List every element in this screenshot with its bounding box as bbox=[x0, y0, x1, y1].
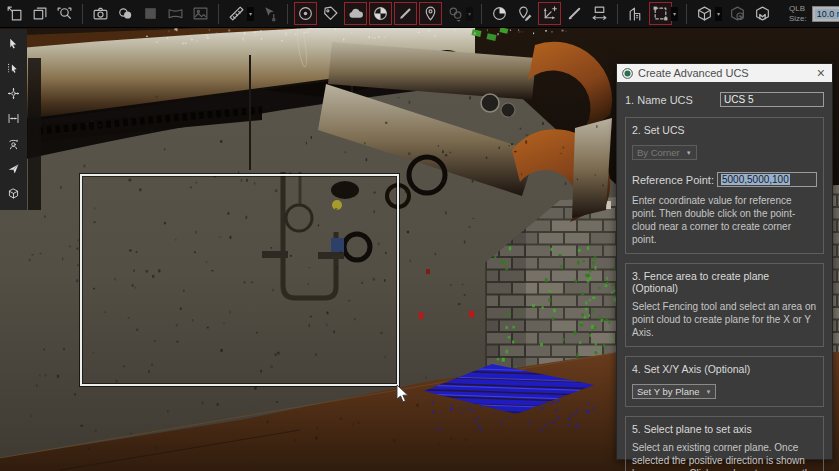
probe-button[interactable] bbox=[258, 2, 281, 25]
dropdown-arrow-icon[interactable] bbox=[671, 7, 678, 21]
building-pin-button[interactable] bbox=[624, 2, 647, 25]
camera-button[interactable] bbox=[89, 2, 112, 25]
look-around-button[interactable] bbox=[1, 131, 26, 156]
panorama-button[interactable] bbox=[164, 2, 187, 25]
geotag-icon bbox=[422, 5, 439, 22]
reference-point-value: 5000,5000,100 bbox=[721, 174, 790, 185]
limit-box-view-button[interactable] bbox=[488, 2, 511, 25]
geotag-group-icon bbox=[447, 5, 464, 22]
fly-button[interactable] bbox=[1, 156, 26, 181]
measure-icon bbox=[228, 5, 245, 22]
axis-mode-select[interactable]: Set Y by Plane bbox=[632, 384, 716, 399]
ucs-mode-select[interactable]: By Corner bbox=[632, 145, 697, 160]
toolbar-separator bbox=[82, 4, 83, 24]
select-icon bbox=[7, 35, 20, 52]
qlb-group-button[interactable] bbox=[726, 2, 749, 25]
pan-view-button[interactable] bbox=[3, 2, 26, 25]
mouse-cursor bbox=[396, 384, 411, 405]
dropdown-arrow-icon[interactable] bbox=[715, 7, 722, 21]
pan-view-icon bbox=[6, 5, 23, 22]
view-cube-button[interactable] bbox=[1, 181, 26, 206]
orbit-icon bbox=[7, 85, 20, 102]
set-ucs-title: 2. Set UCS bbox=[632, 124, 817, 136]
dropdown-arrow-icon[interactable] bbox=[466, 7, 473, 21]
point-cloud-button[interactable] bbox=[344, 2, 367, 25]
fence-select-button[interactable] bbox=[649, 2, 672, 25]
reference-point-label: Reference Point: bbox=[632, 174, 714, 186]
reference-point-input[interactable]: 5000,5000,100 bbox=[717, 172, 817, 187]
set-axis-group: 4. Set X/Y Axis (Optional) Set Y by Plan… bbox=[625, 356, 824, 407]
building-pin-icon bbox=[627, 5, 644, 22]
qlb-model-button[interactable] bbox=[751, 2, 774, 25]
limit-box-icon bbox=[372, 5, 389, 22]
create-ucs-button[interactable] bbox=[538, 2, 561, 25]
qlb-size-control: QLB Size: 10.0 m bbox=[789, 4, 839, 22]
view-cube-icon bbox=[7, 185, 20, 202]
select-button[interactable] bbox=[1, 31, 26, 56]
dropdown-arrow-icon[interactable] bbox=[247, 7, 254, 21]
dialog-title: Create Advanced UCS bbox=[638, 67, 749, 79]
zoom-region-button[interactable] bbox=[53, 2, 76, 25]
qlb-model-icon bbox=[754, 5, 771, 22]
probe-icon bbox=[261, 5, 278, 22]
create-advanced-ucs-dialog: Create Advanced UCS 1. Name UCS UCS 5 2.… bbox=[616, 63, 833, 460]
qlb-cube-button[interactable] bbox=[693, 2, 716, 25]
close-icon[interactable] bbox=[815, 66, 827, 80]
tag-button[interactable] bbox=[319, 2, 342, 25]
geotag-edit-button[interactable] bbox=[513, 2, 536, 25]
select-plane-group: 5. Select plane to set axis Select an ex… bbox=[625, 416, 824, 471]
dialog-header[interactable]: Create Advanced UCS bbox=[617, 64, 832, 82]
scan-position-button[interactable] bbox=[294, 2, 317, 25]
geotag-group-button[interactable] bbox=[444, 2, 467, 25]
image-button[interactable] bbox=[189, 2, 212, 25]
zoom-region-icon bbox=[56, 5, 73, 22]
limit-box-button[interactable] bbox=[369, 2, 392, 25]
set-axis-title: 4. Set X/Y Axis (Optional) bbox=[632, 363, 817, 375]
geotag-button[interactable] bbox=[419, 2, 442, 25]
area-select-icon bbox=[7, 60, 20, 77]
solid-view-button[interactable] bbox=[139, 2, 162, 25]
annotation-pen-icon bbox=[566, 5, 583, 22]
qlb-size-select[interactable]: 10.0 m bbox=[812, 6, 839, 22]
ucs-name-input[interactable]: UCS 5 bbox=[720, 92, 824, 107]
create-ucs-icon bbox=[541, 5, 558, 22]
geotag-edit-icon bbox=[516, 5, 533, 22]
toolbar-separator bbox=[481, 4, 482, 24]
qlb-group-icon bbox=[729, 5, 746, 22]
area-select-button[interactable] bbox=[1, 56, 26, 81]
scan-position-icon bbox=[297, 5, 314, 22]
annotation-pen-button[interactable] bbox=[563, 2, 586, 25]
point-cloud-icon bbox=[347, 5, 364, 22]
duplicate-view-icon bbox=[31, 5, 48, 22]
solid-view-icon bbox=[142, 5, 159, 22]
toolbar-separator bbox=[218, 4, 219, 24]
name-ucs-label: 1. Name UCS bbox=[625, 94, 693, 106]
dimension-box-button[interactable] bbox=[588, 2, 611, 25]
camera-icon bbox=[92, 5, 109, 22]
dimension-box-icon bbox=[591, 5, 608, 22]
render-mode-button[interactable] bbox=[114, 2, 137, 25]
tag-icon bbox=[322, 5, 339, 22]
select-plane-help: Select an existing corner plane. Once se… bbox=[632, 441, 817, 471]
fly-icon bbox=[7, 160, 20, 177]
top-toolbar: QLB Size: 10.0 m bbox=[0, 0, 839, 28]
markup-pen-icon bbox=[397, 5, 414, 22]
navigation-toolbar bbox=[0, 29, 27, 210]
look-around-icon bbox=[7, 135, 20, 152]
pan-button[interactable] bbox=[1, 106, 26, 131]
measure-button[interactable] bbox=[225, 2, 248, 25]
ucs-name-value: UCS 5 bbox=[724, 94, 753, 105]
select-plane-title: 5. Select plane to set axis bbox=[632, 423, 817, 435]
fence-select-icon bbox=[652, 5, 669, 22]
dialog-body: 1. Name UCS UCS 5 2. Set UCS By Corner R… bbox=[617, 82, 832, 471]
duplicate-view-button[interactable] bbox=[28, 2, 51, 25]
set-ucs-help: Enter coordinate value for reference poi… bbox=[632, 194, 817, 246]
set-ucs-group: 2. Set UCS By Corner Reference Point: 50… bbox=[625, 117, 824, 254]
fence-area-group: 3. Fence area to create plane (Optional)… bbox=[625, 263, 824, 347]
orbit-button[interactable] bbox=[1, 81, 26, 106]
limit-box-view-icon bbox=[491, 5, 508, 22]
qlb-size-label: QLB Size: bbox=[789, 4, 807, 22]
fence-selection-rectangle bbox=[80, 174, 399, 386]
markup-pen-button[interactable] bbox=[394, 2, 417, 25]
qlb-size-value: 10.0 m bbox=[815, 9, 839, 19]
